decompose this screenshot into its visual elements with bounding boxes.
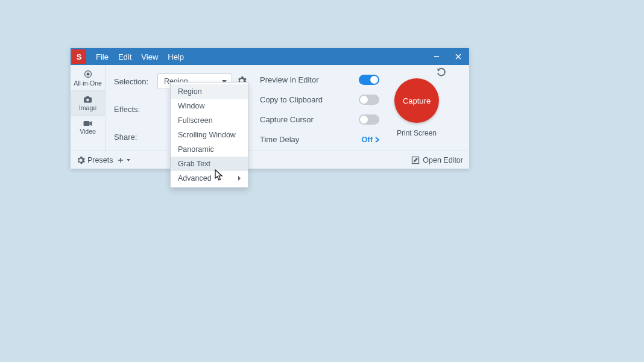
menu-item-region[interactable]: Region (171, 84, 248, 99)
menu-view[interactable]: View (136, 52, 163, 61)
selection-label: Selection: (114, 77, 157, 86)
capture-hotkey-label: Print Screen (397, 129, 437, 137)
main-panel: All-in-One Image Video Selection: Region (71, 65, 469, 151)
capture-cursor-label: Capture Cursor (260, 115, 314, 124)
presets-label[interactable]: Presets (87, 156, 113, 164)
effects-label: Effects: (114, 105, 157, 114)
tab-video[interactable]: Video (71, 116, 105, 139)
target-icon (84, 70, 92, 78)
menu-help[interactable]: Help (163, 52, 189, 61)
chevron-down-icon (127, 159, 130, 161)
capture-button[interactable]: Capture (394, 78, 439, 123)
menu-file[interactable]: File (91, 52, 113, 61)
tab-all-in-one[interactable]: All-in-One (71, 65, 105, 91)
preview-in-editor-label: Preview in Editor (260, 75, 319, 84)
capture-cursor-toggle[interactable] (359, 114, 379, 125)
options-column: Preview in Editor Copy to Clipboard Capt… (253, 65, 383, 151)
minimize-button[interactable] (426, 48, 447, 65)
undo-icon[interactable] (436, 67, 447, 78)
share-label: Share: (114, 133, 157, 142)
presets-settings-button[interactable] (77, 156, 85, 164)
add-preset-button[interactable] (118, 157, 130, 163)
menu-item-advanced[interactable]: Advanced (171, 171, 248, 186)
svg-point-7 (86, 99, 89, 102)
svg-rect-6 (86, 96, 89, 98)
menu-item-window[interactable]: Window (171, 99, 248, 113)
plus-icon (118, 157, 124, 163)
gear-icon (77, 156, 85, 164)
preview-in-editor-toggle[interactable] (359, 75, 379, 85)
title-bar: S File Edit View Help (71, 48, 469, 65)
submenu-arrow-icon (238, 176, 241, 181)
open-editor-button[interactable]: Open Editor (411, 156, 463, 164)
copy-to-clipboard-toggle[interactable] (359, 95, 379, 105)
app-icon: S (72, 49, 86, 64)
selection-dropdown-menu: Region Window Fullscreen Scrolling Windo… (170, 82, 248, 188)
camera-icon (83, 96, 92, 103)
menu-item-panoramic[interactable]: Panoramic (171, 142, 248, 157)
tab-image[interactable]: Image (71, 91, 105, 116)
menu-edit[interactable]: Edit (113, 52, 136, 61)
menu-item-fullscreen[interactable]: Fullscreen (171, 113, 248, 128)
svg-point-4 (86, 73, 89, 76)
time-delay-label: Time Delay (260, 135, 299, 144)
footer-bar: Presets Open Editor (71, 151, 469, 169)
menu-item-scrolling-window[interactable]: Scrolling Window (171, 128, 248, 142)
chevron-right-icon (375, 137, 379, 143)
menu-item-grab-text[interactable]: Grab Text (171, 157, 248, 171)
app-window: S File Edit View Help All-in-One (71, 48, 469, 169)
time-delay-value[interactable]: Off (361, 135, 379, 144)
svg-rect-8 (84, 121, 90, 126)
capture-type-tabs: All-in-One Image Video (71, 65, 106, 151)
video-icon (83, 120, 92, 126)
edit-icon (411, 156, 420, 164)
copy-to-clipboard-label: Copy to Clipboard (260, 95, 323, 104)
close-button[interactable] (447, 48, 469, 65)
menu-bar: File Edit View Help (91, 52, 189, 61)
capture-column: Capture Print Screen (383, 65, 450, 151)
